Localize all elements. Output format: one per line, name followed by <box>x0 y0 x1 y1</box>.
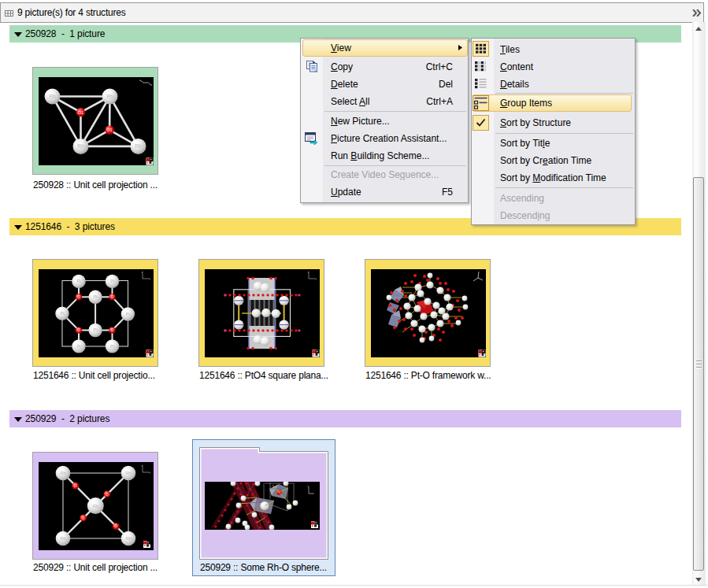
svg-text:O: O <box>106 492 109 497</box>
svg-text:Pt: Pt <box>126 312 131 316</box>
svg-text:O: O <box>82 516 85 520</box>
svg-text:O: O <box>77 328 80 332</box>
svg-text:Rh: Rh <box>106 94 113 99</box>
svg-text:Rh: Rh <box>125 471 132 475</box>
svg-text:Pt: Pt <box>76 344 81 349</box>
svg-text:O: O <box>114 523 117 528</box>
svg-text:Pt: Pt <box>93 294 98 299</box>
svg-text:Pt: Pt <box>60 311 65 316</box>
svg-text:O: O <box>74 483 77 488</box>
svg-text:O: O <box>111 328 114 332</box>
svg-text:Rh: Rh <box>92 504 98 508</box>
svg-text:Rh: Rh <box>135 143 142 149</box>
svg-text:Rh: Rh <box>60 471 66 475</box>
svg-text:Rh: Rh <box>60 536 66 541</box>
svg-text:Pt: Pt <box>110 344 115 349</box>
svg-text:Rh: Rh <box>125 536 132 541</box>
svg-text:O1: O1 <box>78 110 83 115</box>
svg-text:O1: O1 <box>106 128 112 132</box>
svg-text:O: O <box>111 295 114 299</box>
svg-text:Pt: Pt <box>93 327 98 332</box>
svg-text:O: O <box>77 295 80 299</box>
svg-text:Rh: Rh <box>77 143 84 149</box>
svg-text:Rh: Rh <box>49 94 56 99</box>
svg-text:Pt: Pt <box>76 279 81 283</box>
svg-text:Pt: Pt <box>110 279 115 283</box>
